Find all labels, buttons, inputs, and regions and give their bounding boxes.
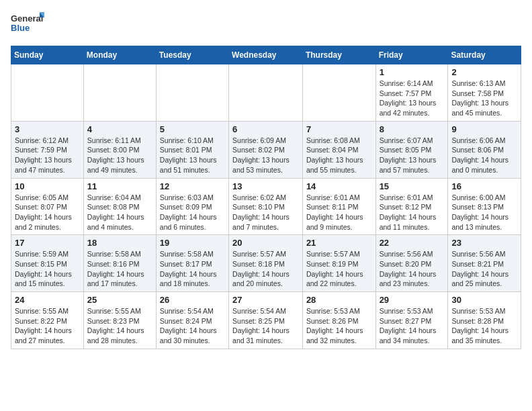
calendar-cell: 11Sunrise: 6:04 AM Sunset: 8:08 PM Dayli… <box>83 178 156 235</box>
calendar-cell: 30Sunrise: 5:53 AM Sunset: 8:28 PM Dayli… <box>448 292 521 349</box>
calendar-body: 1Sunrise: 6:14 AM Sunset: 7:57 PM Daylig… <box>11 64 521 349</box>
weekday-header-friday: Friday <box>375 46 448 64</box>
day-number: 8 <box>380 124 445 134</box>
day-info: Sunrise: 6:02 AM Sunset: 8:10 PM Dayligh… <box>232 193 299 232</box>
svg-text:General: General <box>11 13 43 24</box>
logo-svg: General Blue <box>11 11 44 38</box>
page-header: General Blue <box>11 11 521 38</box>
calendar-week-1: 1Sunrise: 6:14 AM Sunset: 7:57 PM Daylig… <box>11 64 521 122</box>
calendar-cell: 15Sunrise: 6:01 AM Sunset: 8:12 PM Dayli… <box>375 178 448 235</box>
day-number: 19 <box>160 238 225 248</box>
day-info: Sunrise: 6:06 AM Sunset: 8:06 PM Dayligh… <box>451 136 517 175</box>
weekday-header-saturday: Saturday <box>448 46 521 64</box>
day-info: Sunrise: 6:00 AM Sunset: 8:13 PM Dayligh… <box>451 193 517 232</box>
calendar-cell <box>229 64 303 122</box>
calendar-week-2: 3Sunrise: 6:12 AM Sunset: 7:59 PM Daylig… <box>11 121 521 178</box>
day-number: 20 <box>232 238 299 248</box>
day-number: 28 <box>306 295 372 305</box>
day-info: Sunrise: 5:56 AM Sunset: 8:21 PM Dayligh… <box>451 249 517 289</box>
logo: General Blue <box>11 11 44 38</box>
day-info: Sunrise: 5:57 AM Sunset: 8:19 PM Dayligh… <box>306 249 372 289</box>
calendar-cell: 25Sunrise: 5:55 AM Sunset: 8:23 PM Dayli… <box>83 292 156 349</box>
day-info: Sunrise: 5:55 AM Sunset: 8:23 PM Dayligh… <box>87 306 152 346</box>
day-info: Sunrise: 5:55 AM Sunset: 8:22 PM Dayligh… <box>15 306 80 346</box>
day-number: 7 <box>306 124 372 134</box>
calendar-cell <box>83 64 156 122</box>
calendar-cell: 17Sunrise: 5:59 AM Sunset: 8:15 PM Dayli… <box>11 235 84 292</box>
calendar-cell: 5Sunrise: 6:10 AM Sunset: 8:01 PM Daylig… <box>156 121 228 178</box>
day-number: 3 <box>15 124 80 134</box>
day-number: 10 <box>15 181 80 191</box>
day-number: 2 <box>451 67 517 77</box>
day-info: Sunrise: 6:03 AM Sunset: 8:09 PM Dayligh… <box>160 193 225 232</box>
calendar-cell: 2Sunrise: 6:13 AM Sunset: 7:58 PM Daylig… <box>448 64 521 122</box>
day-info: Sunrise: 6:12 AM Sunset: 7:59 PM Dayligh… <box>15 136 80 175</box>
day-number: 12 <box>160 181 225 191</box>
day-info: Sunrise: 6:04 AM Sunset: 8:08 PM Dayligh… <box>87 193 152 232</box>
calendar-cell <box>11 64 84 122</box>
calendar-cell: 7Sunrise: 6:08 AM Sunset: 8:04 PM Daylig… <box>302 121 375 178</box>
day-number: 16 <box>451 181 517 191</box>
calendar-cell: 8Sunrise: 6:07 AM Sunset: 8:05 PM Daylig… <box>375 121 448 178</box>
day-info: Sunrise: 6:05 AM Sunset: 8:07 PM Dayligh… <box>15 193 80 232</box>
calendar-cell <box>302 64 375 122</box>
day-info: Sunrise: 5:54 AM Sunset: 8:25 PM Dayligh… <box>232 306 299 346</box>
day-number: 26 <box>160 295 225 305</box>
calendar-cell <box>156 64 228 122</box>
calendar-cell: 14Sunrise: 6:01 AM Sunset: 8:11 PM Dayli… <box>302 178 375 235</box>
day-number: 15 <box>380 181 445 191</box>
calendar-cell: 22Sunrise: 5:56 AM Sunset: 8:20 PM Dayli… <box>375 235 448 292</box>
calendar-cell: 16Sunrise: 6:00 AM Sunset: 8:13 PM Dayli… <box>448 178 521 235</box>
day-number: 22 <box>380 238 445 248</box>
day-info: Sunrise: 6:07 AM Sunset: 8:05 PM Dayligh… <box>380 136 445 175</box>
weekday-header-row: SundayMondayTuesdayWednesdayThursdayFrid… <box>11 46 521 64</box>
day-info: Sunrise: 5:58 AM Sunset: 8:17 PM Dayligh… <box>160 249 225 289</box>
day-info: Sunrise: 5:57 AM Sunset: 8:18 PM Dayligh… <box>232 249 299 289</box>
calendar-cell: 13Sunrise: 6:02 AM Sunset: 8:10 PM Dayli… <box>229 178 303 235</box>
day-info: Sunrise: 5:53 AM Sunset: 8:26 PM Dayligh… <box>306 306 372 346</box>
calendar-cell: 29Sunrise: 5:53 AM Sunset: 8:27 PM Dayli… <box>375 292 448 349</box>
day-info: Sunrise: 5:53 AM Sunset: 8:27 PM Dayligh… <box>380 306 445 346</box>
day-number: 4 <box>87 124 152 134</box>
day-number: 1 <box>380 67 445 77</box>
day-info: Sunrise: 6:14 AM Sunset: 7:57 PM Dayligh… <box>380 79 445 118</box>
weekday-header-tuesday: Tuesday <box>156 46 228 64</box>
day-number: 24 <box>15 295 80 305</box>
day-info: Sunrise: 6:09 AM Sunset: 8:02 PM Dayligh… <box>232 136 299 175</box>
day-info: Sunrise: 6:13 AM Sunset: 7:58 PM Dayligh… <box>451 79 517 118</box>
day-number: 14 <box>306 181 372 191</box>
day-number: 29 <box>380 295 445 305</box>
day-number: 23 <box>451 238 517 248</box>
day-info: Sunrise: 5:53 AM Sunset: 8:28 PM Dayligh… <box>451 306 517 346</box>
calendar-cell: 27Sunrise: 5:54 AM Sunset: 8:25 PM Dayli… <box>229 292 303 349</box>
weekday-header-sunday: Sunday <box>11 46 84 64</box>
day-info: Sunrise: 6:01 AM Sunset: 8:12 PM Dayligh… <box>380 193 445 232</box>
weekday-header-thursday: Thursday <box>302 46 375 64</box>
calendar-cell: 23Sunrise: 5:56 AM Sunset: 8:21 PM Dayli… <box>448 235 521 292</box>
weekday-header-wednesday: Wednesday <box>229 46 303 64</box>
calendar-cell: 24Sunrise: 5:55 AM Sunset: 8:22 PM Dayli… <box>11 292 84 349</box>
calendar-cell: 26Sunrise: 5:54 AM Sunset: 8:24 PM Dayli… <box>156 292 228 349</box>
day-info: Sunrise: 5:59 AM Sunset: 8:15 PM Dayligh… <box>15 249 80 289</box>
day-number: 6 <box>232 124 299 134</box>
day-number: 25 <box>87 295 152 305</box>
day-number: 13 <box>232 181 299 191</box>
day-number: 17 <box>15 238 80 248</box>
svg-text:Blue: Blue <box>11 23 30 33</box>
calendar-week-3: 10Sunrise: 6:05 AM Sunset: 8:07 PM Dayli… <box>11 178 521 235</box>
day-number: 18 <box>87 238 152 248</box>
calendar-cell: 18Sunrise: 5:58 AM Sunset: 8:16 PM Dayli… <box>83 235 156 292</box>
calendar-cell: 1Sunrise: 6:14 AM Sunset: 7:57 PM Daylig… <box>375 64 448 122</box>
day-number: 9 <box>451 124 517 134</box>
day-info: Sunrise: 6:10 AM Sunset: 8:01 PM Dayligh… <box>160 136 225 175</box>
calendar-cell: 10Sunrise: 6:05 AM Sunset: 8:07 PM Dayli… <box>11 178 84 235</box>
day-number: 11 <box>87 181 152 191</box>
calendar-cell: 19Sunrise: 5:58 AM Sunset: 8:17 PM Dayli… <box>156 235 228 292</box>
calendar-cell: 4Sunrise: 6:11 AM Sunset: 8:00 PM Daylig… <box>83 121 156 178</box>
calendar-cell: 20Sunrise: 5:57 AM Sunset: 8:18 PM Dayli… <box>229 235 303 292</box>
calendar-cell: 21Sunrise: 5:57 AM Sunset: 8:19 PM Dayli… <box>302 235 375 292</box>
calendar-week-4: 17Sunrise: 5:59 AM Sunset: 8:15 PM Dayli… <box>11 235 521 292</box>
calendar-cell: 3Sunrise: 6:12 AM Sunset: 7:59 PM Daylig… <box>11 121 84 178</box>
day-number: 27 <box>232 295 299 305</box>
calendar-cell: 6Sunrise: 6:09 AM Sunset: 8:02 PM Daylig… <box>229 121 303 178</box>
